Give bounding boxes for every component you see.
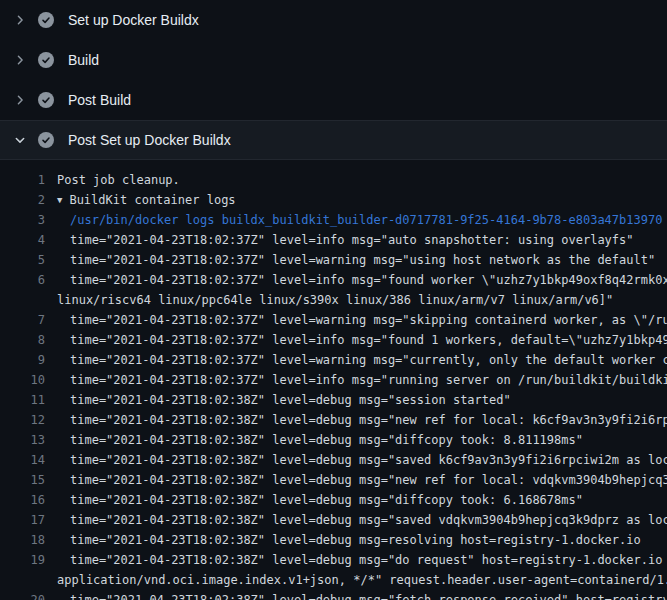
section-title: Build xyxy=(68,52,99,68)
log-line-text: time="2021-04-23T18:02:38Z" level=debug … xyxy=(57,390,511,410)
log-line-number[interactable]: 12 xyxy=(16,410,45,430)
log-group-title: BuildKit container logs xyxy=(69,193,235,207)
log-line-text: time="2021-04-23T18:02:37Z" level=info m… xyxy=(57,230,634,250)
log-line: 19time="2021-04-23T18:02:38Z" level=debu… xyxy=(0,550,667,570)
log-line: 18time="2021-04-23T18:02:38Z" level=debu… xyxy=(0,530,667,550)
log-line-number[interactable]: 7 xyxy=(16,310,45,330)
log-group-header[interactable]: ▼BuildKit container logs xyxy=(57,190,236,210)
log-line: 8time="2021-04-23T18:02:37Z" level=info … xyxy=(0,330,667,350)
chevron-down-icon[interactable] xyxy=(12,132,28,148)
log-line: 5time="2021-04-23T18:02:37Z" level=warni… xyxy=(0,250,667,270)
log-line-continuation: application/vnd.oci.image.index.v1+json,… xyxy=(0,570,667,590)
log-line-text: time="2021-04-23T18:02:38Z" level=debug … xyxy=(57,590,667,600)
log-line-number[interactable]: 15 xyxy=(16,470,45,490)
log-line-text: time="2021-04-23T18:02:37Z" level=info m… xyxy=(57,270,667,290)
log-line: 4time="2021-04-23T18:02:37Z" level=info … xyxy=(0,230,667,250)
log-line: 2▼BuildKit container logs xyxy=(0,190,667,210)
log-line-text: Post job cleanup. xyxy=(57,170,180,190)
log-line-number[interactable]: 8 xyxy=(16,330,45,350)
section-title: Set up Docker Buildx xyxy=(68,12,199,28)
check-circle-icon xyxy=(38,132,54,148)
log-line: 11time="2021-04-23T18:02:38Z" level=debu… xyxy=(0,390,667,410)
log-line-text: application/vnd.oci.image.index.v1+json,… xyxy=(57,570,667,590)
log-line-text: time="2021-04-23T18:02:38Z" level=debug … xyxy=(57,450,667,470)
log-line: 7time="2021-04-23T18:02:37Z" level=warni… xyxy=(0,310,667,330)
log-line: 17time="2021-04-23T18:02:38Z" level=debu… xyxy=(0,510,667,530)
section-header[interactable]: Set up Docker Buildx xyxy=(0,0,667,40)
section-header[interactable]: Build xyxy=(0,40,667,80)
log-line-number[interactable]: 16 xyxy=(16,490,45,510)
log-line-number[interactable]: 9 xyxy=(16,350,45,370)
group-toggle-icon[interactable]: ▼ xyxy=(57,190,69,210)
log-line: 3/usr/bin/docker logs buildx_buildkit_bu… xyxy=(0,210,667,230)
log-line-number[interactable]: 13 xyxy=(16,430,45,450)
log-line-text: time="2021-04-23T18:02:38Z" level=debug … xyxy=(57,470,667,490)
log-line: 13time="2021-04-23T18:02:38Z" level=debu… xyxy=(0,430,667,450)
log-line-text: time="2021-04-23T18:02:38Z" level=debug … xyxy=(57,430,583,450)
log-line: 14time="2021-04-23T18:02:38Z" level=debu… xyxy=(0,450,667,470)
log-line-continuation: linux/riscv64 linux/ppc64le linux/s390x … xyxy=(0,290,667,310)
log-line-number[interactable]: 19 xyxy=(16,550,45,570)
check-circle-icon xyxy=(38,52,54,68)
log-line-number[interactable]: 18 xyxy=(16,530,45,550)
log-line-number-spacer xyxy=(16,570,45,590)
log-line-number[interactable]: 4 xyxy=(16,230,45,250)
log-area: 1Post job cleanup.2▼BuildKit container l… xyxy=(0,160,667,600)
log-line: 20time="2021-04-23T18:02:38Z" level=debu… xyxy=(0,590,667,600)
section-header[interactable]: Post Set up Docker Buildx xyxy=(0,120,667,160)
log-line-text: time="2021-04-23T18:02:38Z" level=debug … xyxy=(57,490,583,510)
check-circle-icon xyxy=(38,12,54,28)
log-line-text: time="2021-04-23T18:02:38Z" level=debug … xyxy=(57,510,667,530)
log-line-number[interactable]: 3 xyxy=(16,210,45,230)
log-line-text: linux/riscv64 linux/ppc64le linux/s390x … xyxy=(57,290,613,310)
log-line-text: time="2021-04-23T18:02:37Z" level=info m… xyxy=(57,370,667,390)
log-line-number[interactable]: 17 xyxy=(16,510,45,530)
log-line-text: time="2021-04-23T18:02:37Z" level=warnin… xyxy=(57,250,655,270)
log-line: 12time="2021-04-23T18:02:38Z" level=debu… xyxy=(0,410,667,430)
log-line-text: time="2021-04-23T18:02:38Z" level=debug … xyxy=(57,530,641,550)
log-line-text: time="2021-04-23T18:02:37Z" level=info m… xyxy=(57,330,667,350)
section-header[interactable]: Post Build xyxy=(0,80,667,120)
log-line-text: time="2021-04-23T18:02:38Z" level=debug … xyxy=(57,550,667,570)
log-line-number[interactable]: 10 xyxy=(16,370,45,390)
chevron-right-icon[interactable] xyxy=(12,92,28,108)
log-line-number[interactable]: 14 xyxy=(16,450,45,470)
log-line-number[interactable]: 5 xyxy=(16,250,45,270)
log-line-text: time="2021-04-23T18:02:38Z" level=debug … xyxy=(57,410,667,430)
log-line: 16time="2021-04-23T18:02:38Z" level=debu… xyxy=(0,490,667,510)
log-line: 1Post job cleanup. xyxy=(0,170,667,190)
section-title: Post Set up Docker Buildx xyxy=(68,132,231,148)
log-command-text: /usr/bin/docker logs buildx_buildkit_bui… xyxy=(57,210,662,230)
log-line-number[interactable]: 20 xyxy=(16,590,45,600)
step-section-list: Set up Docker BuildxBuildPost BuildPost … xyxy=(0,0,667,160)
section-title: Post Build xyxy=(68,92,131,108)
chevron-right-icon[interactable] xyxy=(12,12,28,28)
log-line: 15time="2021-04-23T18:02:38Z" level=debu… xyxy=(0,470,667,490)
check-circle-icon xyxy=(38,92,54,108)
job-log-panel: Set up Docker BuildxBuildPost BuildPost … xyxy=(0,0,667,600)
log-line-text: time="2021-04-23T18:02:37Z" level=warnin… xyxy=(57,350,667,370)
log-line-number-spacer xyxy=(16,290,45,310)
log-line-text: time="2021-04-23T18:02:37Z" level=warnin… xyxy=(57,310,667,330)
log-line: 9time="2021-04-23T18:02:37Z" level=warni… xyxy=(0,350,667,370)
log-line-number[interactable]: 1 xyxy=(16,170,45,190)
chevron-right-icon[interactable] xyxy=(12,52,28,68)
log-line-number[interactable]: 6 xyxy=(16,270,45,290)
log-line-number[interactable]: 2 xyxy=(16,190,45,210)
log-line: 10time="2021-04-23T18:02:37Z" level=info… xyxy=(0,370,667,390)
log-line: 6time="2021-04-23T18:02:37Z" level=info … xyxy=(0,270,667,290)
log-line-number[interactable]: 11 xyxy=(16,390,45,410)
